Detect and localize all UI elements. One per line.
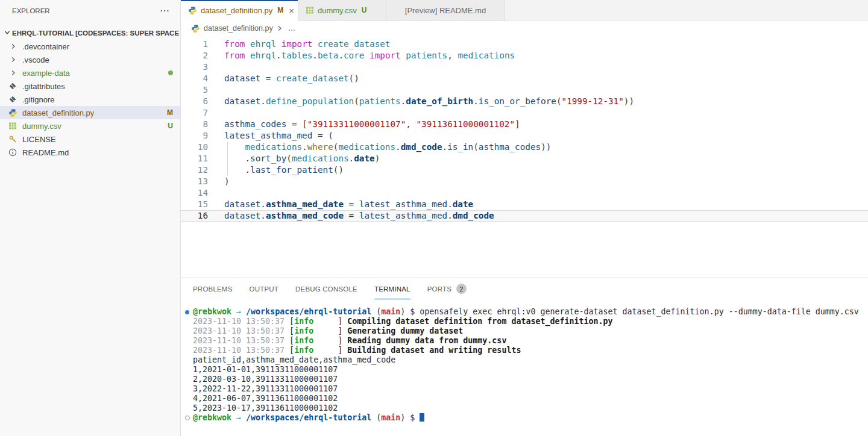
file-label: dummy.csv xyxy=(22,122,163,131)
code-line-4[interactable]: 4dataset = create_dataset() xyxy=(181,73,868,84)
line-number: 10 xyxy=(181,142,208,153)
code-line-16[interactable]: 16dataset.asthma_med_code = latest_asthm… xyxy=(181,210,868,222)
indent-guide xyxy=(227,142,228,153)
code-text: dataset.define_population(patients.date_… xyxy=(208,96,634,107)
file-item-gitignore[interactable]: .gitignore xyxy=(0,93,180,106)
line-number: 14 xyxy=(181,187,208,199)
code-text xyxy=(208,187,224,199)
line-number: 6 xyxy=(181,96,208,107)
panel-tab-label: TERMINAL xyxy=(374,285,410,293)
file-label: .devcontainer xyxy=(22,42,173,51)
file-item-readme-md[interactable]: README.md xyxy=(0,146,180,159)
code-line-12[interactable]: 12 .last_for_patient() xyxy=(181,164,868,176)
breadcrumb-more[interactable]: … xyxy=(288,24,296,33)
close-icon[interactable]: × xyxy=(289,5,294,16)
code-text xyxy=(208,84,224,96)
file-label: .vscode xyxy=(22,55,173,64)
code-line-6[interactable]: 6dataset.define_population(patients.date… xyxy=(181,96,868,107)
tab-preview-readme-md[interactable]: [Preview] README.md xyxy=(386,0,505,21)
git-status-badge: U xyxy=(362,6,367,14)
panel-tab-ports[interactable]: PORTS2 xyxy=(427,278,467,299)
file-item-license[interactable]: LICENSE xyxy=(0,132,180,146)
terminal-command-dot xyxy=(185,310,189,314)
panel-tab-terminal[interactable]: TERMINAL xyxy=(374,278,410,299)
code-text xyxy=(208,61,224,73)
workspace-root-label: EHRQL-TUTORIAL [CODESPACES: SUPER SPACE … xyxy=(12,30,180,37)
line-number: 7 xyxy=(181,107,208,119)
python-file-icon xyxy=(191,24,200,33)
file-label: LICENSE xyxy=(22,135,173,144)
code-line-2[interactable]: 2from ehrql.tables.beta.core import pati… xyxy=(181,50,868,61)
terminal-line-4: 2023-11-10 13:50:37 [info ] Reading dumm… xyxy=(193,336,868,346)
code-text: latest_asthma_med = ( xyxy=(208,130,333,142)
editor-tab-bar: dataset_definition.pyM×dummy.csvU[Previe… xyxy=(181,0,868,21)
line-number: 12 xyxy=(181,164,208,176)
breadcrumb[interactable]: dataset_definition.py … xyxy=(181,21,868,36)
line-number: 5 xyxy=(181,84,208,96)
terminal-line-1: @rebkwok → /workspaces/ehrql-tutorial (m… xyxy=(193,307,868,317)
code-text: medications.where(medications.dmd_code.i… xyxy=(208,142,551,153)
code-line-15[interactable]: 15dataset.asthma_med_date = latest_asthm… xyxy=(181,199,868,210)
code-line-1[interactable]: 1from ehrql import create_dataset xyxy=(181,39,868,50)
file-item-vscode[interactable]: .vscode xyxy=(0,53,180,66)
terminal-line-11: 5,2023-10-17,39113611000001102 xyxy=(193,403,868,413)
file-item-gitattributes[interactable]: .gitattributes xyxy=(0,79,180,93)
code-line-13[interactable]: 13) xyxy=(181,176,868,187)
code-line-3[interactable]: 3 xyxy=(181,61,868,73)
tab-label: dataset_definition.py xyxy=(201,6,272,15)
code-line-7[interactable]: 7 xyxy=(181,107,868,119)
chevron-right-icon xyxy=(8,55,22,64)
tab-bar-filler xyxy=(505,0,868,21)
code-text: ) xyxy=(208,176,230,187)
panel-tab-problems[interactable]: PROBLEMS xyxy=(193,278,233,299)
code-editor[interactable]: 1from ehrql import create_dataset2from e… xyxy=(181,36,868,278)
file-item-devcontainer[interactable]: .devcontainer xyxy=(0,40,180,53)
code-line-9[interactable]: 9latest_asthma_med = ( xyxy=(181,130,868,142)
file-item-example-data[interactable]: example-data xyxy=(0,66,180,79)
git-status-badge: M xyxy=(277,6,283,14)
tab-dummy-csv[interactable]: dummy.csvU xyxy=(298,0,386,21)
code-line-11[interactable]: 11 .sort_by(medications.date) xyxy=(181,153,868,164)
code-text: .sort_by(medications.date) xyxy=(208,153,380,164)
line-number: 11 xyxy=(181,153,208,164)
workspace-root-folder[interactable]: EHRQL-TUTORIAL [CODESPACES: SUPER SPACE … xyxy=(0,26,180,40)
breadcrumb-file[interactable]: dataset_definition.py xyxy=(204,24,273,33)
terminal-line-9: 3,2022-11-22,39113311000001107 xyxy=(193,384,868,394)
code-text: asthma_codes = ["39113311000001107", "39… xyxy=(208,119,520,130)
git-icon xyxy=(8,82,22,90)
code-text xyxy=(208,107,224,119)
terminal-line-12: @rebkwok → /workspaces/ehrql-tutorial (m… xyxy=(193,413,868,423)
tab-label: dummy.csv xyxy=(318,6,357,15)
panel-tab-label: PORTS xyxy=(427,285,451,293)
code-line-10[interactable]: 10 medications.where(medications.dmd_cod… xyxy=(181,142,868,153)
untracked-dot-badge xyxy=(168,70,173,75)
terminal-line-10: 4,2021-06-07,39113611000001102 xyxy=(193,394,868,403)
tab-dataset-definition-py[interactable]: dataset_definition.pyM× xyxy=(181,0,298,21)
file-label: README.md xyxy=(22,148,173,157)
file-item-dummy-csv[interactable]: dummy.csvU xyxy=(0,119,180,132)
code-line-8[interactable]: 8asthma_codes = ["39113311000001107", "3… xyxy=(181,119,868,130)
terminal[interactable]: @rebkwok → /workspaces/ehrql-tutorial (m… xyxy=(181,299,868,423)
terminal-line-2: 2023-11-10 13:50:37 [info ] Compiling da… xyxy=(193,317,868,326)
line-number: 9 xyxy=(181,130,208,142)
code-line-5[interactable]: 5 xyxy=(181,84,868,96)
terminal-line-7: 1,2021-01-01,39113311000001107 xyxy=(193,365,868,375)
line-number: 16 xyxy=(181,210,208,222)
terminal-line-8: 2,2020-03-10,39113311000001107 xyxy=(193,375,868,384)
git-status-badge: M xyxy=(167,108,173,117)
code-line-14[interactable]: 14 xyxy=(181,187,868,199)
file-label: dataset_definition.py xyxy=(22,108,162,117)
line-number: 2 xyxy=(181,50,208,61)
panel-tab-debug-console[interactable]: DEBUG CONSOLE xyxy=(295,278,357,299)
terminal-prompt-dot xyxy=(185,416,190,420)
csv-icon xyxy=(8,122,22,130)
terminal-line-6: patient_id,asthma_med_date,asthma_med_co… xyxy=(193,355,868,365)
explorer-sidebar: EXPLORER ⋯ EHRQL-TUTORIAL [CODESPACES: S… xyxy=(0,0,181,436)
panel-tab-output[interactable]: OUTPUT xyxy=(250,278,278,299)
more-actions-icon[interactable]: ⋯ xyxy=(160,5,169,16)
explorer-title: EXPLORER xyxy=(12,7,50,14)
terminal-line-5: 2023-11-10 13:50:37 [info ] Building dat… xyxy=(193,346,868,355)
terminal-cursor xyxy=(420,413,424,422)
bottom-panel: PROBLEMSOUTPUTDEBUG CONSOLETERMINALPORTS… xyxy=(181,278,868,436)
file-item-dataset-definition-py[interactable]: dataset_definition.pyM xyxy=(0,106,180,119)
